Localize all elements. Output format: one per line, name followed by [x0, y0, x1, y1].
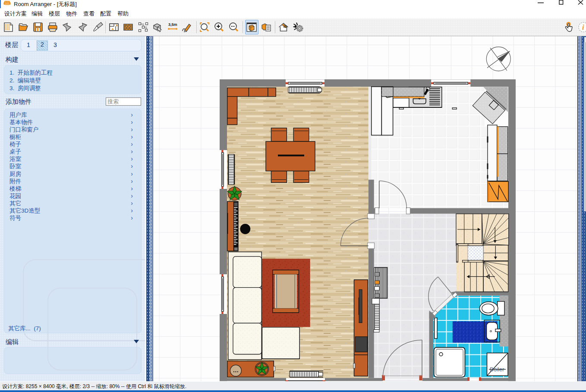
svg-text:3,5m: 3,5m	[168, 22, 177, 27]
svg-text:i: i	[582, 23, 584, 31]
svg-text:3D: 3D	[284, 25, 287, 28]
